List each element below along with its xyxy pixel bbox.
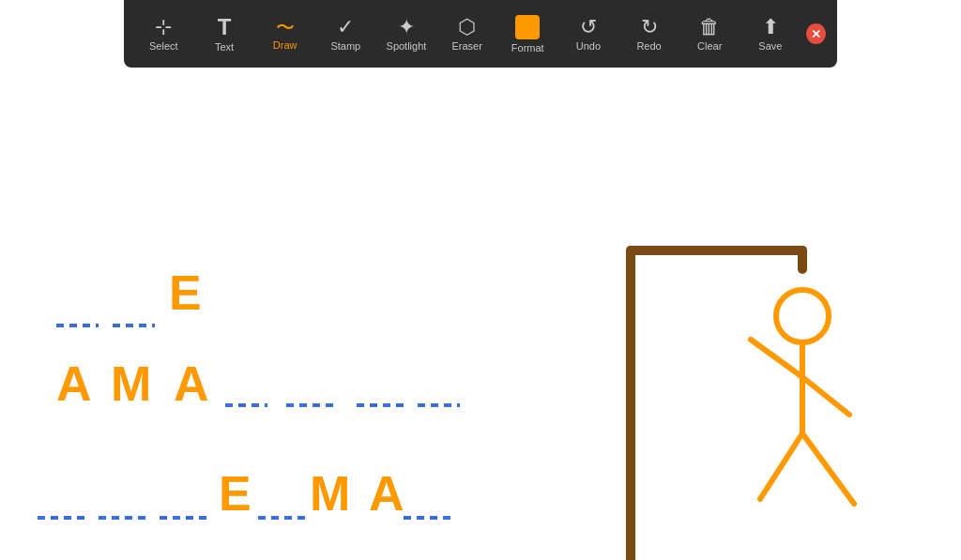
svg-line-26 — [760, 433, 802, 499]
tool-format[interactable]: Format — [499, 6, 557, 62]
tool-clear[interactable]: 🗑 Clear — [681, 6, 739, 62]
tool-spotlight[interactable]: ✦ Spotlight — [378, 6, 435, 62]
svg-line-25 — [802, 377, 849, 415]
tool-text[interactable]: T Text — [196, 6, 253, 62]
canvas-area[interactable]: E A M A E M A — [0, 68, 961, 560]
select-icon: ⊹ — [155, 17, 172, 38]
eraser-icon: ⬡ — [458, 17, 476, 38]
tool-redo[interactable]: ↻ Redo — [620, 6, 678, 62]
toolbar: ⊹ Select T Text 〜 Draw ✓ Stamp ✦ Spotlig… — [124, 0, 837, 68]
spotlight-label: Spotlight — [387, 40, 427, 52]
format-color-swatch — [515, 15, 540, 39]
eraser-label: Eraser — [451, 40, 481, 52]
svg-text:M: M — [310, 466, 350, 521]
tool-save[interactable]: ⬆ Save — [742, 6, 800, 62]
format-label: Format — [511, 42, 544, 53]
undo-icon: ↺ — [580, 17, 597, 38]
redo-icon: ↻ — [641, 17, 658, 38]
drawing-canvas: E A M A E M A — [0, 68, 961, 560]
svg-text:M: M — [111, 356, 151, 411]
draw-label: Draw — [273, 39, 297, 51]
close-button[interactable]: ✕ — [806, 23, 826, 44]
undo-label: Undo — [576, 40, 601, 52]
tool-stamp[interactable]: ✓ Stamp — [317, 6, 374, 62]
clear-label: Clear — [697, 40, 722, 52]
svg-text:E: E — [169, 265, 204, 320]
tool-select[interactable]: ⊹ Select — [135, 6, 192, 62]
save-icon: ⬆ — [762, 17, 779, 38]
spotlight-icon: ✦ — [398, 17, 415, 38]
svg-line-27 — [802, 433, 854, 504]
text-icon: T — [218, 16, 232, 38]
clear-icon: 🗑 — [699, 17, 720, 38]
draw-icon: 〜 — [276, 18, 295, 37]
svg-line-24 — [751, 340, 802, 377]
svg-point-22 — [776, 290, 829, 342]
stamp-icon: ✓ — [337, 17, 354, 38]
svg-text:A: A — [369, 466, 404, 521]
text-label: Text — [215, 41, 234, 53]
save-label: Save — [758, 40, 782, 52]
stamp-label: Stamp — [330, 40, 360, 52]
svg-text:E: E — [219, 466, 252, 521]
tool-eraser[interactable]: ⬡ Eraser — [438, 6, 496, 62]
tool-draw[interactable]: 〜 Draw — [256, 6, 313, 62]
tool-undo[interactable]: ↺ Undo — [560, 6, 618, 62]
svg-text:A: A — [174, 356, 209, 411]
svg-text:A: A — [56, 356, 92, 411]
select-label: Select — [149, 40, 178, 52]
redo-label: Redo — [636, 40, 661, 52]
